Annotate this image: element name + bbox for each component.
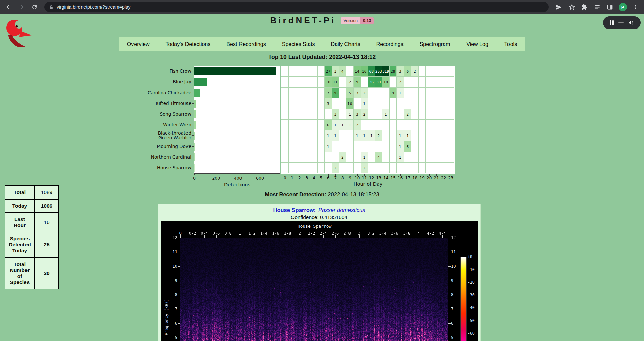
spectro-ytick-right — [448, 295, 451, 295]
heatmap-cell — [339, 77, 346, 88]
reading-list-icon[interactable] — [592, 2, 602, 12]
heatmap-cell — [289, 88, 296, 98]
spectro-ytick-right — [448, 309, 451, 309]
heatmap-cell — [310, 109, 318, 120]
spectro-xtick-label: 3·6 — [389, 231, 401, 236]
heatmap-xtick-label: 11 — [360, 176, 368, 180]
colorbar-tick-label: -20 — [468, 280, 475, 285]
heatmap-xtick-label: 14 — [382, 176, 390, 180]
stat-value-species-detected-today[interactable]: 25 — [35, 232, 59, 258]
browser-menu-icon[interactable] — [630, 2, 641, 12]
nav-item-spectrogram[interactable]: Spectrogram — [412, 37, 459, 51]
heatmap-cell — [426, 163, 433, 173]
extensions-icon[interactable] — [579, 2, 590, 12]
stat-label-today: Today — [5, 199, 35, 213]
heatmap-cell: 6 — [404, 141, 412, 152]
side-panel-icon[interactable] — [604, 2, 615, 12]
stat-value-total-number-of-species[interactable]: 30 — [35, 258, 59, 289]
heatmap-cell — [310, 66, 318, 77]
heatmap-cell — [368, 88, 375, 98]
heatmap-cell — [296, 130, 303, 141]
bar-house-sparrow — [194, 164, 195, 172]
heatmap-cell: 3 — [332, 66, 339, 77]
heatmap-cell — [447, 163, 455, 173]
heatmap-cell — [303, 77, 311, 88]
heatmap-cell: 1 — [404, 130, 412, 141]
heatmap-cell — [346, 141, 354, 152]
heatmap-cell — [289, 120, 296, 130]
nav-item-today-s-detections[interactable]: Today's Detections — [158, 37, 219, 51]
heatmap-cell — [447, 152, 455, 163]
heatmap-cell: 10 — [346, 98, 354, 109]
heatmap-cell — [426, 98, 433, 109]
profile-avatar[interactable]: P — [617, 2, 628, 12]
spectro-xtick-label: 3·2 — [365, 231, 377, 236]
heatmap-cell — [289, 66, 296, 77]
heatmap-cell — [440, 98, 447, 109]
species-scientific-link[interactable]: Passer domesticus — [318, 207, 365, 213]
species-common-link[interactable]: House Sparrow: — [273, 207, 316, 213]
nav-item-view-log[interactable]: View Log — [458, 37, 496, 51]
heatmap-cell — [296, 66, 303, 77]
spectro-ytick-right — [448, 252, 451, 252]
back-icon[interactable] — [3, 2, 14, 12]
heatmap-cell — [368, 152, 375, 163]
volume-button[interactable] — [628, 20, 634, 26]
heatmap-cell — [375, 88, 383, 98]
stats-table: Total1089Today1006Last Hour16Species Det… — [5, 185, 59, 289]
seek-bar[interactable] — [618, 22, 624, 23]
heatmap-xtick-label: 23 — [447, 176, 455, 180]
bar-northern-cardinal — [194, 153, 195, 161]
nav-item-daily-charts[interactable]: Daily Charts — [323, 37, 368, 51]
bar-song-sparrow — [194, 110, 196, 118]
bar-ytick — [192, 157, 194, 157]
heatmap-cell: 10 — [325, 77, 332, 88]
stat-value-today[interactable]: 1006 — [35, 199, 59, 213]
spectro-ytick-label-left: 7 — [166, 307, 177, 311]
heatmap-cell — [426, 109, 433, 120]
bar-winter-wren — [194, 121, 196, 129]
heatmap-cell — [289, 77, 296, 88]
pause-button[interactable] — [610, 20, 614, 25]
forward-icon[interactable] — [16, 2, 27, 12]
version-badge: Version 0.13 — [341, 17, 374, 24]
nav-item-best-recordings[interactable]: Best Recordings — [218, 37, 274, 51]
heatmap-cell — [354, 163, 361, 173]
spectro-xtick — [323, 235, 324, 238]
bookmark-star-icon[interactable] — [566, 2, 577, 12]
spectro-xtick-label: 2·4 — [317, 231, 329, 236]
spectrogram-panel: House Sparrow Frequency (kHz) 00·20·40·6… — [161, 221, 478, 341]
nav-item-overview[interactable]: Overview — [119, 37, 158, 51]
heatmap-cell — [382, 163, 390, 173]
heatmap-cell: 39 — [375, 77, 383, 88]
audio-player[interactable] — [603, 16, 641, 29]
send-icon[interactable] — [553, 2, 564, 12]
heatmap-cell — [303, 88, 311, 98]
nav-item-tools[interactable]: Tools — [496, 37, 525, 51]
bar-mourning-dove — [194, 143, 195, 151]
heatmap-cell: 2 — [361, 88, 368, 98]
stats-row-species-detected-today: Species Detected Today25 — [5, 232, 59, 258]
address-bar[interactable]: virginia.birdnetpi.com/?stream=play — [44, 2, 549, 12]
nav-item-species-stats[interactable]: Species Stats — [274, 37, 323, 51]
heatmap-cell — [433, 109, 440, 120]
heatmap-cell — [303, 109, 311, 120]
species-label-winter-wren: Winter Wren — [145, 119, 191, 130]
spectro-ytick-left — [178, 323, 180, 324]
colorbar-tick-label: -60 — [468, 331, 475, 336]
heatmap-cell — [339, 88, 346, 98]
spectro-xtick — [359, 235, 360, 238]
spectro-xtick-label: 0·8 — [222, 231, 234, 236]
spectro-ytick-left — [178, 238, 180, 238]
spectro-ytick-label-left: 10 — [166, 264, 177, 269]
heatmap-cell — [426, 88, 433, 98]
reload-icon[interactable] — [29, 2, 40, 12]
recent-detection-value: 2022-04-13 18:15:23 — [328, 191, 379, 197]
heatmap-cell: 2 — [375, 130, 383, 141]
page: virginia.birdnetpi.com/?stream=play P — [0, 0, 644, 341]
heatmap-cell: 9 — [354, 77, 361, 88]
heatmap-cell — [318, 152, 325, 163]
heatmap-cell — [382, 130, 390, 141]
heatmap-cell — [375, 109, 383, 120]
nav-item-recordings[interactable]: Recordings — [368, 37, 412, 51]
